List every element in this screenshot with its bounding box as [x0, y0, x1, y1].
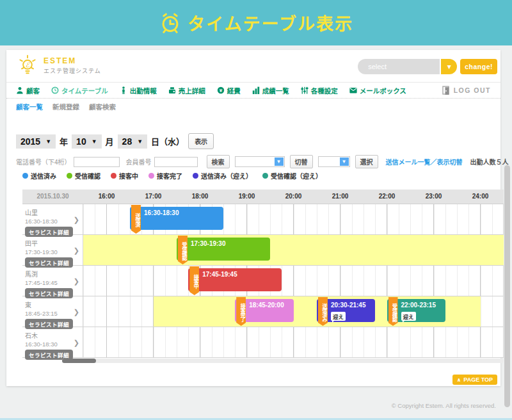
legend-dot: [67, 173, 72, 179]
nav-item-customer[interactable]: 顧客: [16, 86, 40, 95]
nav-item-label: 出勤情報: [130, 86, 157, 95]
timetable: 2015.10.30 16:0017:0018:0019:0020:0021:0…: [22, 190, 504, 363]
row-expand-chevron-icon[interactable]: ❯: [74, 307, 79, 316]
expense-icon: ¥: [217, 86, 225, 94]
main-nav: 顧客タイムテーブル出勤情報売上詳細¥経費成績一覧各種設定メールボックス LOG …: [6, 83, 500, 99]
svg-text:ℰ: ℰ: [26, 61, 31, 69]
timetable-header: 2015.10.30 16:0017:0018:0019:0020:0021:0…: [22, 190, 504, 204]
page-top-button[interactable]: ∧ PAGE TOP: [452, 375, 497, 385]
logout-button[interactable]: LOG OUT: [442, 86, 491, 95]
scrollbar-track[interactable]: [62, 359, 504, 363]
shift-band: [83, 235, 504, 265]
nav-item-label: 各種設定: [311, 86, 338, 95]
course-select[interactable]: ▼: [235, 156, 285, 167]
legend-dot: [193, 173, 198, 179]
therapist-cell: 山里16:30-18:30セラピスト詳細❯: [22, 204, 83, 234]
reservation-event[interactable]: 17:45-19:45: [188, 268, 282, 291]
legend-item: 接客中: [111, 171, 138, 181]
event-time-label: 22:00-23:15: [401, 302, 436, 309]
row-expand-chevron-icon[interactable]: ❯: [74, 246, 79, 254]
staff-select[interactable]: ▼: [318, 156, 350, 167]
reservation-event[interactable]: 16:30-18:30: [130, 207, 223, 230]
show-button[interactable]: 表示: [188, 133, 214, 149]
legend-item: 送信済み（迎え）: [193, 171, 252, 181]
legend-item: 送信済み: [22, 171, 56, 181]
nav-item-label: 顧客: [26, 86, 40, 95]
logo-title: ESTEM: [44, 56, 101, 65]
timetable-row: 石木16:30-18:30セラピスト詳細❯: [22, 327, 504, 358]
page-banner: タイムテーブル表示: [0, 0, 512, 45]
legend-label: 接客完了: [157, 171, 182, 181]
timetable-row: 馬渕17:45-19:45セラピスト詳細❯17:45-19:45接客中: [22, 266, 504, 296]
row-expand-chevron-icon[interactable]: ❯: [74, 215, 79, 223]
hour-label: 16:00: [99, 193, 115, 200]
subnav-item[interactable]: 新規登録: [52, 102, 79, 111]
reservation-event[interactable]: 17:30-19:30: [177, 238, 270, 261]
member-input[interactable]: [154, 157, 198, 167]
hour-label: 23:00: [426, 193, 442, 200]
nav-item-timetable[interactable]: タイムテーブル: [51, 86, 108, 95]
row-expand-chevron-icon[interactable]: ❯: [74, 338, 79, 346]
timetable-icon: [51, 86, 59, 94]
search-button[interactable]: 検索: [207, 155, 230, 168]
month-select[interactable]: 10 ▼: [72, 134, 102, 149]
hour-label: 19:00: [239, 193, 255, 200]
timeline-cell: 17:30-19:30受信確認: [83, 235, 504, 265]
legend-dot: [148, 173, 154, 179]
pickup-badge: 迎え: [331, 312, 346, 321]
row-expand-chevron-icon[interactable]: ❯: [74, 277, 79, 285]
nav-item-expense[interactable]: ¥経費: [217, 86, 241, 95]
event-status-ribbon: 受信確認: [178, 236, 188, 264]
year-select[interactable]: 2015 ▼: [16, 134, 56, 149]
event-status-ribbon: 受信確認: [388, 297, 398, 326]
pickup-badge: 迎え: [401, 312, 416, 321]
subnav-item[interactable]: 顧客検索: [89, 102, 116, 111]
door-icon: [442, 86, 451, 95]
change-button[interactable]: change!: [460, 59, 497, 74]
event-status-ribbon: 送信済: [131, 205, 141, 234]
phone-input[interactable]: [74, 157, 120, 167]
nav-item-sales[interactable]: 売上詳細: [168, 86, 205, 95]
app-logo: ℰ ESTEM エステ管理システム: [17, 54, 101, 77]
hour-label: 22:00: [379, 193, 396, 200]
nav-item-settings[interactable]: 各種設定: [301, 86, 338, 95]
chevron-down-icon: ▼: [275, 158, 284, 166]
hour-label: 18:00: [192, 193, 209, 200]
switch-button[interactable]: 切替: [290, 155, 313, 168]
timeline-cell: [83, 327, 504, 357]
legend-dot: [262, 173, 268, 179]
chevron-down-icon: ▼: [45, 138, 51, 145]
scrollbar-thumb[interactable]: [62, 359, 96, 363]
chevron-down-icon: ▼: [340, 158, 349, 166]
event-status-ribbon: 接客中: [189, 266, 199, 295]
timeline-cell: 16:30-18:30送信済: [83, 204, 504, 234]
nav-item-mailbox[interactable]: メールボックス: [349, 86, 406, 95]
timeline-cell: 18:45-20:00接客完了20:30-21:45迎え送信済み22:00-23…: [83, 296, 504, 327]
choose-button[interactable]: 選択: [355, 155, 378, 168]
horizontal-scrollbar: [22, 359, 504, 363]
vertical-scrollbar-thumb[interactable]: [504, 165, 510, 407]
sales-icon: [168, 86, 176, 94]
event-time-label: 18:45-20:00: [249, 302, 284, 309]
therapist-cell: 馬渕17:45-19:45セラピスト詳細❯: [22, 266, 83, 296]
legend-label: 接客中: [119, 171, 138, 181]
sent-mail-toggle-link[interactable]: 送信メール一覧／表示切替: [386, 157, 463, 166]
nav-item-attendance[interactable]: 出勤情報: [120, 86, 157, 95]
page-title: タイムテーブル表示: [188, 10, 353, 35]
nav-item-results[interactable]: 成績一覧: [252, 86, 289, 95]
event-time-label: 16:30-18:30: [144, 209, 179, 216]
alarm-clock-icon: [159, 12, 182, 35]
subnav-item[interactable]: 顧客一覧: [16, 102, 43, 111]
copyright-text: © Copyright Estem. All rights reserved.: [392, 402, 496, 409]
mailbox-icon: [349, 86, 357, 94]
day-select[interactable]: 28 ▼: [118, 134, 148, 149]
therapist-cell: 石木16:30-18:30セラピスト詳細❯: [22, 327, 83, 357]
hour-axis: 16:0017:0018:0019:0020:0021:0022:0023:00…: [83, 190, 504, 204]
chevron-down-icon[interactable]: ▾: [441, 59, 457, 74]
chevron-down-icon: ▼: [92, 138, 97, 145]
legend-label: 受信確認（迎え）: [271, 171, 322, 181]
store-select[interactable]: select: [358, 59, 440, 74]
hour-label: 17:00: [145, 193, 162, 200]
svg-text:¥: ¥: [219, 88, 222, 93]
hour-label: 24:00: [472, 193, 489, 200]
